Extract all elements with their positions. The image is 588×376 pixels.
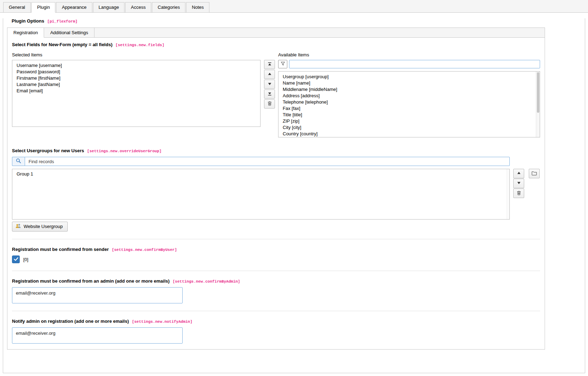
section-notify-admin: Notify admin on registration (add one or…: [12, 311, 540, 344]
select-fields-heading: Select Fields for New-Form (empty = all …: [12, 42, 540, 47]
move-down-icon: [268, 82, 272, 87]
usergroup-move-down-button[interactable]: [513, 179, 524, 188]
usergroups-list[interactable]: Group 1: [12, 169, 510, 220]
usergroups-main: Group 1 Website Usergroup: [12, 157, 510, 232]
usergroup-icon: [16, 223, 21, 229]
flexform-tabs-container: RegistrationAdditional Settings Select F…: [7, 27, 545, 350]
plugin-panel: Plugin Options [pi_flexform] Registratio…: [3, 18, 585, 373]
selected-item-username-username[interactable]: Username [username]: [12, 62, 260, 69]
tab-categories[interactable]: Categories: [152, 2, 185, 13]
available-item-name-name[interactable]: Name [name]: [278, 80, 540, 86]
fields-move-buttons: [264, 51, 275, 137]
available-item-middlename-middlename[interactable]: Middlename [middleName]: [278, 86, 540, 93]
move-to-bottom-button[interactable]: [264, 90, 275, 99]
confirm-by-user-heading-path: [settings.new.confirmByUser]: [112, 248, 177, 252]
move-down-icon: [517, 181, 521, 186]
tab-appearance[interactable]: Appearance: [56, 2, 92, 13]
scrollbar-thumb[interactable]: [537, 72, 539, 113]
checkmark-icon: [14, 257, 18, 262]
usergroups-options: Group 1: [12, 171, 509, 177]
find-records-input[interactable]: [25, 157, 510, 166]
flexform-tabbar: RegistrationAdditional Settings: [7, 28, 545, 38]
section-select-fields: Select Fields for New-Form (empty = all …: [12, 42, 540, 137]
usergroup-item-group-1[interactable]: Group 1: [12, 171, 509, 177]
remove-selected-button[interactable]: [264, 99, 275, 109]
usergroup-remove-button[interactable]: [513, 189, 524, 198]
search-icon: [16, 158, 21, 165]
usergroups-heading-text: Select Usergroups for new Users: [12, 148, 84, 153]
select-fields-heading-text: Select Fields for New-Form (empty = all …: [12, 42, 112, 47]
filter-button[interactable]: [278, 60, 287, 68]
available-items-scrollbar[interactable]: [536, 72, 540, 137]
page: GeneralPluginAppearanceLanguageAccessCat…: [0, 0, 588, 373]
confirm-by-admin-heading: Registration must be confirmed from an a…: [12, 278, 540, 284]
move-to-top-icon: [268, 62, 272, 67]
tab-access[interactable]: Access: [125, 2, 151, 13]
available-item-usergroup-usergroup[interactable]: Usergroup [usergroup]: [278, 74, 540, 80]
tab-general[interactable]: General: [3, 2, 31, 13]
usergroups-scrollbar[interactable]: [507, 169, 509, 219]
trash-icon: [517, 191, 521, 196]
available-items-options: Usergroup [usergroup]Name [name]Middlena…: [278, 74, 540, 137]
tab-notes[interactable]: Notes: [186, 2, 209, 13]
notify-admin-heading-text: Notify admin on registration (add one or…: [12, 319, 129, 324]
notify-admin-heading: Notify admin on registration (add one or…: [12, 319, 540, 324]
available-item-website-www[interactable]: Website [www]: [278, 137, 540, 137]
available-items-filter-input[interactable]: [289, 60, 540, 68]
button-column-spacer: [264, 51, 275, 59]
add-website-usergroup-label: Website Usergroup: [24, 224, 63, 229]
notify-admin-email-textarea[interactable]: [12, 327, 183, 344]
available-items-list[interactable]: Usergroup [usergroup]Name [name]Middlena…: [278, 71, 540, 137]
selected-item-firstname-firstname[interactable]: Firstname [firstName]: [12, 75, 260, 81]
usergroups-side-buttons: [513, 157, 540, 232]
selected-items-label: Selected Items: [12, 52, 261, 57]
selected-item-email-email[interactable]: Email [email]: [12, 88, 260, 94]
selected-items-column: Selected Items Username [username]Passwo…: [12, 51, 261, 137]
move-to-top-button[interactable]: [264, 60, 275, 69]
select-fields-heading-path: [settings.new.fields]: [116, 43, 165, 47]
confirm-by-user-row: [0]: [12, 255, 540, 263]
panel-title: Plugin Options [pi_flexform]: [12, 18, 576, 24]
section-confirm-by-user: Registration must be confirmed from send…: [12, 239, 540, 263]
flexform-tab-content: Select Fields for New-Form (empty = all …: [7, 38, 545, 349]
available-item-telephone-telephone[interactable]: Telephone [telephone]: [278, 99, 540, 105]
top-tabbar: GeneralPluginAppearanceLanguageAccessCat…: [0, 0, 588, 13]
usergroup-move-up-button[interactable]: [513, 169, 524, 178]
section-usergroups: Select Usergroups for new Users [setting…: [12, 148, 540, 232]
available-item-city-city[interactable]: City [city]: [278, 124, 540, 131]
available-items-label: Available Items: [278, 52, 540, 57]
selected-item-password-password[interactable]: Password [password]: [12, 69, 260, 75]
usergroups-heading-path: [settings.new.overrideUserGroup]: [87, 149, 161, 153]
selected-items-list[interactable]: Username [username]Password [password]Fi…: [12, 60, 261, 127]
confirm-by-admin-heading-path: [settings.new.confirmByAdmin]: [173, 279, 240, 284]
browse-records-button[interactable]: [529, 169, 540, 178]
confirm-admin-email-textarea[interactable]: [12, 287, 183, 303]
notify-admin-heading-path: [settings.new.notifyAdmin]: [132, 320, 192, 324]
tab-language[interactable]: Language: [93, 2, 125, 13]
move-to-bottom-icon: [268, 92, 272, 97]
usergroups-heading: Select Usergroups for new Users [setting…: [12, 148, 540, 153]
available-item-zip-zip[interactable]: ZIP [zip]: [278, 118, 540, 124]
search-button[interactable]: [12, 157, 25, 166]
flexform-tab-additional-settings[interactable]: Additional Settings: [44, 28, 94, 38]
move-up-button[interactable]: [264, 70, 275, 79]
confirm-by-user-checkbox[interactable]: [12, 255, 20, 263]
available-item-address-address[interactable]: Address [address]: [278, 93, 540, 99]
panel-title-text: Plugin Options: [12, 18, 44, 24]
available-items-filter-row: [278, 60, 540, 68]
panel-title-path: [pi_flexform]: [47, 19, 78, 24]
confirm-by-user-heading: Registration must be confirmed from send…: [12, 247, 540, 252]
usergroups-widget: Group 1 Website Usergroup: [12, 157, 540, 232]
move-down-button[interactable]: [264, 80, 275, 89]
add-website-usergroup-button[interactable]: Website Usergroup: [12, 222, 68, 232]
available-item-fax-fax[interactable]: Fax [fax]: [278, 105, 540, 112]
fields-dual-select: Selected Items Username [username]Passwo…: [12, 51, 540, 137]
find-records-row: [12, 157, 510, 166]
available-item-title-title[interactable]: Title [title]: [278, 112, 540, 118]
trash-icon: [268, 101, 272, 107]
tab-plugin[interactable]: Plugin: [31, 2, 55, 13]
flexform-tab-registration[interactable]: Registration: [7, 28, 44, 38]
available-item-country-country[interactable]: Country [country]: [278, 131, 540, 137]
move-up-icon: [268, 72, 272, 77]
selected-item-lastname-lastname[interactable]: Lastname [lastName]: [12, 81, 260, 88]
